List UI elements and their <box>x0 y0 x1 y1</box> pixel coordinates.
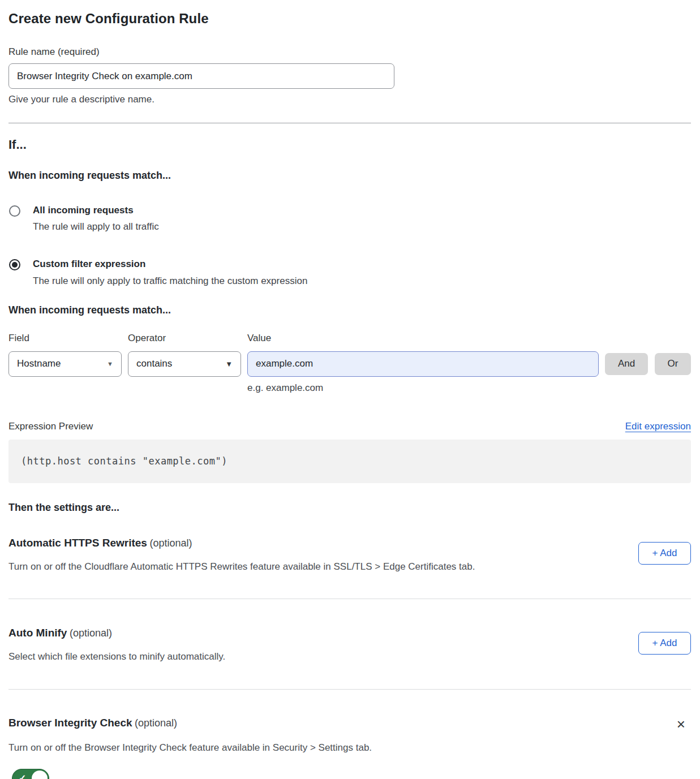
radio-description: The rule will apply to all traffic <box>33 221 159 233</box>
value-label: Value <box>247 333 599 351</box>
setting-title: Browser Integrity Check <box>8 717 132 729</box>
setting-title: Automatic HTTPS Rewrites <box>8 537 147 549</box>
create-configuration-rule-page: Create new Configuration Rule Rule name … <box>0 0 700 779</box>
expression-preview-label: Expression Preview <box>8 421 93 432</box>
rule-name-helper: Give your rule a descriptive name. <box>8 94 691 105</box>
operator-select-value: contains <box>136 358 172 369</box>
section-divider <box>8 599 691 599</box>
section-divider <box>8 123 691 123</box>
field-select-value: Hostname <box>17 358 61 369</box>
operator-label: Operator <box>128 333 241 351</box>
page-title: Create new Configuration Rule <box>8 11 691 27</box>
value-input[interactable] <box>247 351 599 377</box>
radio-button-unchecked[interactable] <box>9 205 20 217</box>
section-divider <box>8 689 691 690</box>
radio-option-custom-filter[interactable]: Custom filter expression The rule will o… <box>8 259 691 286</box>
field-select[interactable]: Hostname ▼ <box>8 351 122 377</box>
rule-name-label: Rule name (required) <box>8 46 691 58</box>
radio-description: The rule will only apply to traffic matc… <box>33 276 307 287</box>
expression-preview-header: Expression Preview Edit expression <box>8 421 691 432</box>
setting-auto-minify: Auto Minify (optional) Select which file… <box>8 627 691 689</box>
add-button[interactable]: + Add <box>638 632 691 655</box>
toggle-knob <box>32 771 48 779</box>
operator-select[interactable]: contains ▼ <box>128 351 241 377</box>
close-icon[interactable]: × <box>677 718 685 730</box>
match-heading: When incoming requests match... <box>8 170 691 182</box>
setting-description: Select which file extensions to minify a… <box>8 651 225 662</box>
if-heading: If... <box>8 137 691 152</box>
radio-option-all-incoming[interactable]: All incoming requests The rule will appl… <box>8 205 691 233</box>
browser-integrity-check-toggle[interactable]: ✓ <box>12 769 49 779</box>
builder-heading: When incoming requests match... <box>8 304 691 316</box>
radio-label: Custom filter expression <box>33 259 307 270</box>
setting-title: Auto Minify <box>8 627 67 639</box>
and-button[interactable]: And <box>605 353 648 375</box>
chevron-down-icon: ▼ <box>225 360 233 368</box>
chevron-down-icon: ▼ <box>107 360 113 367</box>
add-button[interactable]: + Add <box>638 542 691 565</box>
setting-optional-tag: (optional) <box>135 717 177 729</box>
radio-button-checked[interactable] <box>9 259 20 270</box>
field-label: Field <box>8 333 122 351</box>
radio-label: All incoming requests <box>33 205 159 216</box>
edit-expression-link[interactable]: Edit expression <box>625 421 691 432</box>
setting-browser-integrity-check: Browser Integrity Check (optional) × Tur… <box>8 717 691 779</box>
then-settings-heading: Then the settings are... <box>8 502 691 514</box>
setting-optional-tag: (optional) <box>70 627 112 639</box>
rule-name-input[interactable] <box>8 63 394 89</box>
expression-preview-box: (http.host contains "example.com") <box>8 440 691 483</box>
setting-optional-tag: (optional) <box>149 537 192 549</box>
expression-builder-row: Field Hostname ▼ Operator contains ▼ Val… <box>8 333 691 394</box>
setting-description: Turn on or off the Browser Integrity Che… <box>8 742 691 754</box>
check-icon: ✓ <box>19 773 26 779</box>
value-helper: e.g. example.com <box>247 382 599 394</box>
or-button[interactable]: Or <box>655 353 691 375</box>
setting-automatic-https-rewrites: Automatic HTTPS Rewrites (optional) Turn… <box>8 537 691 599</box>
expression-code: (http.host contains "example.com") <box>21 455 227 467</box>
setting-description: Turn on or off the Cloudflare Automatic … <box>8 561 475 573</box>
